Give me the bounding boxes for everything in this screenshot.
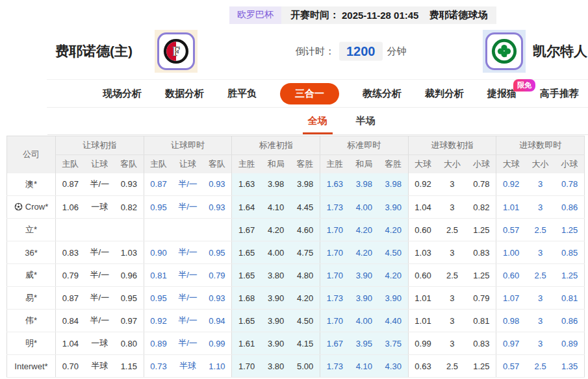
nav-item-捷报猫[interactable]: 捷报猫限免 (487, 88, 517, 100)
odds-cell: 4.20 (379, 264, 408, 287)
odds-cell: 1.03 (114, 241, 144, 264)
odds-cell: 0.87 (144, 173, 173, 196)
col-header-客队: 客队 (203, 155, 232, 173)
odds-cell: 0.83 (56, 241, 85, 264)
odds-cell: 4.50 (379, 241, 408, 264)
odds-cell: 0.95 (144, 196, 173, 219)
odds-row: 澳*0.87半/一0.930.87半/一0.931.633.983.981.63… (7, 173, 585, 196)
group-header-标准即时: 标准即时 (320, 136, 408, 155)
odds-cell: 4.20 (350, 219, 379, 241)
match-info-bar: 欧罗巴杯 开赛时间： 2025-11-28 01:45 费耶诺德球场 (0, 0, 588, 23)
company-name: 澳* (25, 179, 37, 189)
odds-cell: 1.65 (232, 264, 261, 287)
odds-cell: 4.00 (350, 310, 379, 332)
odds-cell: 3.90 (350, 287, 379, 310)
company-cell[interactable]: 伟* (7, 310, 56, 332)
odds-cell: 1.70 (232, 355, 261, 378)
odds-cell: 1.65 (232, 310, 261, 332)
odds-cell: 半球 (85, 355, 114, 378)
odds-cell: 1.61 (232, 332, 261, 355)
odds-cell: 0.89 (555, 332, 584, 355)
odds-cell: 1.00 (496, 241, 526, 264)
nav-item-三合一[interactable]: 三合一 (280, 83, 339, 104)
nav-item-label: 捷报猫 (487, 88, 517, 99)
col-header-大小: 大小 (437, 155, 467, 173)
odds-row: 易*0.87半/一0.950.95半/一0.931.683.904.201.73… (7, 287, 585, 310)
nav-item-label: 数据分析 (165, 88, 204, 99)
odds-cell: 半/一 (173, 264, 202, 287)
odds-cell: 0.93 (114, 173, 144, 196)
odds-cell: 0.86 (555, 196, 584, 219)
nav-item-高手推荐[interactable]: 高手推荐 (540, 88, 579, 100)
odds-cell: 3.90 (350, 264, 379, 287)
odds-cell: 1.35 (555, 355, 584, 378)
col-header-和局: 和局 (350, 155, 379, 173)
odds-cell: 4.60 (290, 219, 320, 241)
odds-cell: 1.67 (232, 219, 261, 241)
col-header-大球: 大球 (496, 155, 526, 173)
tab-半场[interactable]: 半场 (356, 108, 376, 134)
odds-cell: 0.83 (467, 241, 496, 264)
company-cell[interactable]: 36* (7, 241, 56, 264)
odds-cell: 0.97 (114, 310, 144, 332)
odds-row: 明*1.04一球0.800.89半/一0.991.613.904.151.673… (7, 332, 585, 355)
odds-cell: 半/一 (85, 264, 114, 287)
odds-cell: 3 (437, 173, 467, 196)
company-cell[interactable]: 澳* (7, 173, 56, 196)
period-tabs: 全场半场 (47, 108, 588, 135)
nav-item-数据分析[interactable]: 数据分析 (165, 88, 204, 100)
group-header-进球数即时: 进球数即时 (496, 136, 585, 155)
nav-item-胜平负[interactable]: 胜平负 (227, 88, 257, 100)
football-icon (14, 203, 23, 213)
company-name: 36* (25, 248, 38, 258)
company-cell[interactable]: Interwet* (7, 355, 56, 378)
odds-cell: 0.73 (144, 355, 173, 378)
company-cell[interactable]: 立* (7, 219, 56, 241)
odds-cell: 3.90 (261, 332, 290, 355)
odds-cell (114, 219, 144, 241)
odds-cell: 0.94 (203, 310, 232, 332)
odds-cell: 3 (526, 332, 555, 355)
nav-item-label: 现场分析 (103, 88, 142, 99)
odds-cell: 0.99 (203, 332, 232, 355)
company-cell[interactable]: Crow* (7, 196, 56, 219)
odds-cell: 4.20 (350, 241, 379, 264)
col-header-主队: 主队 (144, 155, 173, 173)
odds-cell: 0.81 (467, 310, 496, 332)
odds-cell: 4.10 (261, 196, 290, 219)
odds-cell: 0.92 (496, 173, 526, 196)
odds-cell: 4.50 (290, 310, 320, 332)
odds-cell: 3 (437, 196, 467, 219)
odds-row: Crow*1.06一球0.820.95半/一0.931.644.104.451.… (7, 196, 585, 219)
odds-cell: 0.84 (56, 310, 85, 332)
odds-cell: 2.5 (437, 264, 467, 287)
odds-cell: 3 (526, 310, 555, 332)
odds-cell: 0.60 (408, 219, 437, 241)
company-name: 伟* (25, 315, 37, 325)
company-cell[interactable]: 明* (7, 332, 56, 355)
odds-cell: 1.65 (232, 241, 261, 264)
company-cell[interactable]: 威* (7, 264, 56, 287)
odds-cell: 1.64 (232, 196, 261, 219)
nav-item-现场分析[interactable]: 现场分析 (103, 88, 142, 100)
odds-cell: 半/一 (173, 196, 202, 219)
odds-cell: 1.70 (320, 219, 349, 241)
nav-item-label: 裁判分析 (425, 88, 464, 99)
venue: 费耶诺德球场 (429, 9, 487, 21)
odds-cell: 0.57 (496, 219, 526, 241)
odds-cell: 3.80 (261, 264, 290, 287)
odds-cell: 半/一 (173, 332, 202, 355)
nav-item-裁判分析[interactable]: 裁判分析 (425, 88, 464, 100)
odds-cell: 0.90 (144, 241, 173, 264)
countdown-value: 1200 (339, 42, 383, 61)
match-header: 费耶诺德(主) F 倒计时： 1200 分钟 (0, 23, 588, 79)
countdown-label: 倒计时： (296, 45, 335, 58)
company-cell[interactable]: 易* (7, 287, 56, 310)
odds-cell: 2.5 (526, 264, 555, 287)
odds-cell: 2.5 (437, 219, 467, 241)
odds-cell: 半/一 (173, 241, 202, 264)
tab-全场[interactable]: 全场 (308, 108, 327, 134)
nav-item-教练分析[interactable]: 教练分析 (363, 88, 402, 100)
odds-cell: 3.95 (350, 332, 379, 355)
kickoff-label: 开赛时间： (290, 9, 339, 21)
